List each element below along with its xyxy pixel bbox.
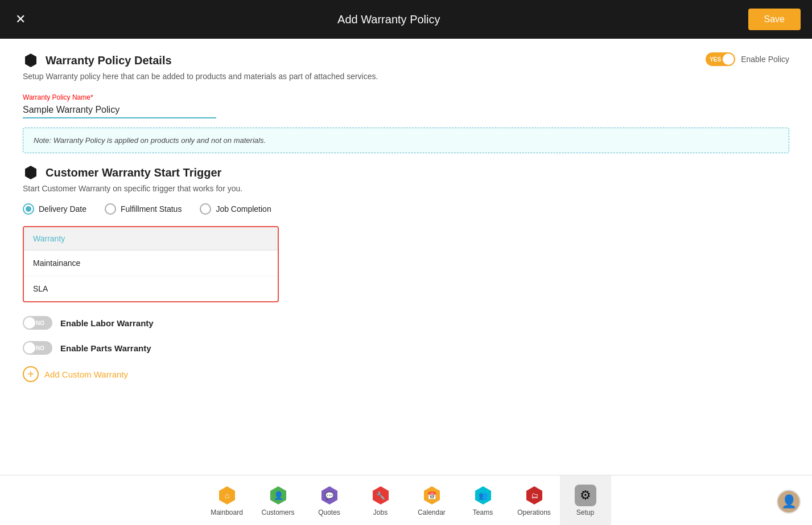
policy-section-title: Warranty Policy Details (46, 54, 172, 67)
parts-warranty-toggle[interactable]: NO (23, 341, 52, 355)
field-label: Warranty Policy Name* (23, 93, 789, 101)
nav-item-mainboard[interactable]: ⌂ Mainboard (201, 475, 253, 526)
jobs-icon: 🔧 (370, 485, 391, 506)
nav-item-setup[interactable]: ⚙ Setup (560, 475, 611, 526)
svg-marker-0 (25, 54, 36, 67)
operations-icon: 🗂 (524, 485, 545, 506)
labor-warranty-toggle[interactable]: NO (23, 316, 52, 330)
svg-text:⌂: ⌂ (224, 491, 229, 500)
toggle-no-text-parts: NO (36, 345, 44, 351)
trigger-section-header: Customer Warranty Start Trigger (23, 165, 789, 181)
close-button[interactable]: ✕ (11, 10, 30, 28)
nav-item-operations[interactable]: 🗂 Operations (509, 475, 560, 526)
toggle-circle (723, 54, 734, 65)
radio-outer-job (200, 203, 211, 215)
warranty-name-field-group: Warranty Policy Name* (23, 93, 789, 118)
toggle-yes-label: YES (710, 56, 721, 63)
nav-item-customers[interactable]: 👤 Customers (253, 475, 304, 526)
avatar-icon: 👤 (781, 494, 797, 509)
radio-delivery-date[interactable]: Delivery Date (23, 203, 86, 215)
add-custom-warranty-row[interactable]: + Add Custom Warranty (23, 366, 789, 382)
app-header: ✕ Add Warranty Policy Save (0, 0, 812, 39)
table-row: SLA (24, 276, 278, 301)
add-custom-label: Add Custom Warranty (44, 370, 128, 379)
radio-label-fulfillment: Fulfillment Status (121, 204, 182, 214)
trigger-hex-icon (23, 165, 39, 181)
nav-label-mainboard: Mainboard (211, 508, 243, 516)
svg-text:💬: 💬 (325, 491, 335, 501)
policy-details-section: Warranty Policy Details Setup Warranty p… (23, 52, 789, 91)
svg-text:🗂: 🗂 (530, 491, 538, 500)
policy-section-header: Warranty Policy Details (23, 52, 706, 68)
nav-label-quotes: Quotes (318, 508, 340, 516)
trigger-section-desc: Start Customer Warranty on specific trig… (23, 184, 789, 193)
trigger-section-title: Customer Warranty Start Trigger (46, 166, 221, 179)
nav-label-jobs: Jobs (373, 508, 388, 516)
toggle-no-circle-parts (24, 342, 35, 354)
enable-policy-row: YES Enable Policy (706, 52, 789, 66)
note-box: Note: Warranty Policy is applied on prod… (23, 128, 789, 153)
radio-job-completion[interactable]: Job Completion (200, 203, 271, 215)
nav-label-operations: Operations (517, 508, 551, 516)
add-custom-plus-icon: + (23, 366, 39, 382)
nav-label-setup: Setup (576, 508, 594, 516)
quotes-icon: 💬 (319, 485, 340, 506)
save-button[interactable]: Save (748, 9, 801, 30)
svg-marker-1 (25, 166, 36, 179)
radio-outer-delivery (23, 203, 34, 215)
radio-label-delivery: Delivery Date (39, 204, 86, 214)
trigger-radio-group: Delivery Date Fulfillment Status Job Com… (23, 203, 789, 215)
labor-warranty-label: Enable Labor Warranty (60, 318, 154, 328)
customers-icon: 👤 (267, 485, 289, 506)
toggle-no-circle-labor (24, 317, 35, 329)
parts-warranty-label: Enable Parts Warranty (60, 343, 151, 353)
radio-outer-fulfillment (105, 203, 116, 215)
mainboard-icon: ⌂ (216, 485, 238, 506)
setup-icon-bg: ⚙ (575, 485, 596, 506)
table-row: Maintainance (24, 251, 278, 276)
nav-item-quotes[interactable]: 💬 Quotes (304, 475, 355, 526)
parts-warranty-row: NO Enable Parts Warranty (23, 341, 789, 355)
calendar-icon: 📅 (421, 485, 443, 506)
policy-details-left: Warranty Policy Details Setup Warranty p… (23, 52, 706, 91)
warranty-table: Warranty Maintainance SLA (23, 226, 279, 302)
policy-section-desc: Setup Warranty policy here that can be a… (23, 72, 706, 81)
teams-icon: 👥 (472, 485, 494, 506)
nav-label-calendar: Calendar (418, 508, 446, 516)
svg-text:📅: 📅 (427, 491, 437, 501)
bottom-navigation: ⌂ Mainboard 👤 Customers 💬 Quotes 🔧 Jobs … (0, 475, 812, 525)
radio-label-job: Job Completion (216, 204, 271, 214)
labor-warranty-row: NO Enable Labor Warranty (23, 316, 789, 330)
nav-item-jobs[interactable]: 🔧 Jobs (355, 475, 406, 526)
svg-text:👤: 👤 (273, 491, 283, 501)
warranty-table-header: Warranty (24, 227, 278, 251)
svg-text:🔧: 🔧 (376, 491, 386, 501)
enable-policy-toggle[interactable]: YES (706, 52, 735, 66)
enable-policy-label: Enable Policy (741, 55, 789, 64)
nav-label-teams: Teams (473, 508, 493, 516)
radio-fulfillment[interactable]: Fulfillment Status (105, 203, 182, 215)
section-hex-icon (23, 52, 39, 68)
radio-inner-delivery (26, 206, 31, 212)
page-title: Add Warranty Policy (337, 13, 440, 26)
svg-text:👥: 👥 (479, 491, 488, 501)
gear-icon: ⚙ (580, 488, 591, 503)
main-content: Warranty Policy Details Setup Warranty p… (0, 39, 812, 475)
nav-item-teams[interactable]: 👥 Teams (457, 475, 509, 526)
nav-item-calendar[interactable]: 📅 Calendar (406, 475, 457, 526)
user-avatar[interactable]: 👤 (777, 490, 801, 514)
warranty-name-input[interactable] (23, 102, 216, 118)
toggle-no-text-labor: NO (36, 320, 44, 326)
nav-label-customers: Customers (261, 508, 294, 516)
